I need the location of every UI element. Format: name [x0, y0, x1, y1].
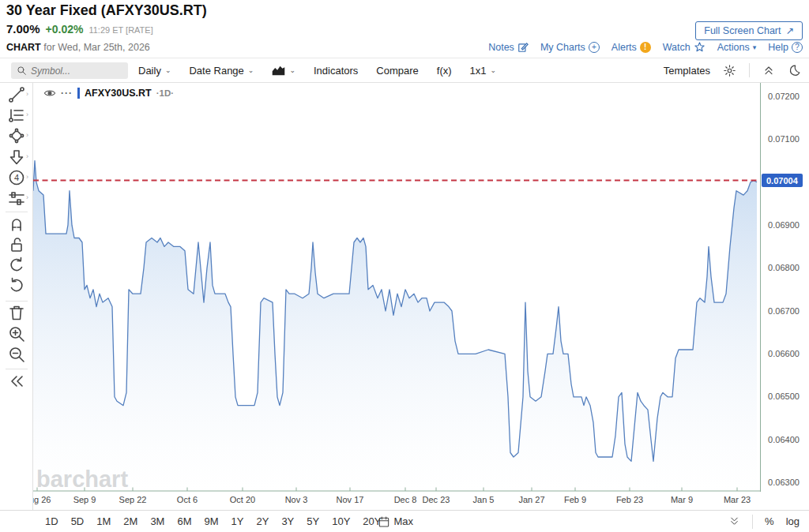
actions-menu[interactable]: Actions ▾: [717, 42, 757, 53]
fullscreen-chart-button[interactable]: Full Screen Chart ↗: [695, 21, 803, 40]
x-axis-label: Sep 9: [61, 495, 108, 504]
symbol-search-input[interactable]: [31, 66, 118, 77]
gear-icon[interactable]: [723, 64, 736, 77]
expand-arrow[interactable]: ›: [26, 152, 28, 160]
redo-icon-disabled[interactable]: [7, 276, 26, 295]
price-chart[interactable]: barchart: [33, 83, 760, 492]
range-button-3Y[interactable]: 3Y: [281, 515, 294, 527]
symbol-search-box[interactable]: [11, 62, 128, 79]
fibonacci-tool-icon[interactable]: [7, 106, 26, 125]
actions-label: Actions: [717, 42, 750, 53]
dark-mode-moon-icon[interactable]: [788, 64, 801, 77]
x-axis-label: Feb 9: [551, 495, 599, 504]
toolbar-divider: [752, 515, 753, 529]
legend-period[interactable]: ·1D·: [156, 88, 174, 98]
grid-layout-label: 1x1: [470, 65, 487, 77]
plus-circle-icon: +: [589, 42, 600, 53]
chevron-down-icon: ⌄: [289, 66, 295, 74]
range-button-1D[interactable]: 1D: [45, 515, 58, 527]
chart-toolbar: Daily⌄ Date Range⌄ ⌄ Indicators Compare …: [0, 58, 809, 83]
expand-arrow[interactable]: ›: [26, 193, 28, 201]
my-charts-link[interactable]: My Charts +: [540, 42, 600, 53]
y-axis[interactable]: 0.07004 0.072000.071000.069000.068000.06…: [760, 83, 809, 492]
expand-arrow[interactable]: ›: [26, 90, 28, 98]
chevron-down-icon: ⌄: [248, 66, 254, 74]
chevron-down-icon: ⌄: [491, 66, 497, 74]
templates-label: Templates: [664, 65, 710, 77]
help-link[interactable]: Help ?: [768, 42, 803, 53]
star-icon: [694, 41, 706, 53]
shapes-tool-icon[interactable]: [7, 126, 26, 145]
undo-icon[interactable]: [7, 256, 26, 275]
grid-layout-menu[interactable]: 1x1⌄: [470, 65, 497, 77]
unlock-tool-icon[interactable]: [7, 235, 26, 254]
range-button-9M[interactable]: 9M: [205, 515, 219, 527]
chart-region: › › › › 4› › ··· AFXY30US.RT: [0, 83, 809, 510]
y-axis-label: 0.06600: [761, 349, 807, 358]
y-axis-label: 0.07100: [761, 134, 807, 144]
range-button-3M[interactable]: 3M: [150, 515, 164, 527]
collapse-sidebar-icon[interactable]: [7, 372, 26, 391]
sidebar-divider: [6, 301, 28, 302]
expand-arrow[interactable]: ›: [26, 131, 28, 139]
range-button-5Y[interactable]: 5Y: [307, 515, 319, 527]
range-button-1M[interactable]: 1M: [96, 515, 111, 527]
compare-button[interactable]: Compare: [376, 65, 418, 77]
calendar-icon[interactable]: [378, 515, 390, 528]
alert-warning-icon: !: [640, 42, 651, 53]
range-button-Max[interactable]: Max: [393, 515, 413, 527]
y-axis-label: 0.06500: [761, 392, 807, 401]
trash-icon[interactable]: [7, 303, 26, 322]
events-tool-icon[interactable]: [7, 189, 26, 208]
eye-visibility-icon[interactable]: [43, 88, 56, 98]
area-chart-type-icon: [272, 66, 285, 76]
range-button-1Y[interactable]: 1Y: [231, 515, 244, 527]
collapse-up-icon[interactable]: [762, 64, 775, 77]
my-charts-label: My Charts: [540, 42, 585, 53]
expand-arrow[interactable]: ›: [26, 173, 28, 181]
date-range-menu[interactable]: Date Range⌄: [189, 65, 254, 77]
sidebar-divider: [6, 369, 28, 369]
percent-scale-button[interactable]: %: [765, 515, 774, 527]
x-axis-label: Jan 27: [508, 495, 555, 504]
price-timestamp: 11:29 ET [RATE]: [88, 25, 152, 35]
range-button-2M[interactable]: 2M: [123, 515, 137, 527]
range-button-10Y[interactable]: 10Y: [332, 515, 350, 527]
notes-link[interactable]: Notes: [488, 42, 529, 53]
log-scale-button[interactable]: log: [786, 515, 800, 527]
external-arrow-icon: ↗: [786, 24, 794, 36]
zoom-in-icon[interactable]: [7, 324, 26, 343]
periodicity-menu[interactable]: Daily⌄: [138, 65, 171, 77]
arrow-tool-icon[interactable]: [7, 148, 26, 167]
range-button-6M[interactable]: 6M: [177, 515, 191, 527]
x-axis-label: Aug 26: [33, 495, 61, 504]
expand-down-icon[interactable]: [728, 515, 740, 527]
legend-symbol: AFXY30US.RT: [85, 88, 152, 99]
templates-button[interactable]: Templates: [664, 65, 710, 77]
alerts-link[interactable]: Alerts !: [611, 42, 651, 53]
last-price: 7.00%: [6, 22, 40, 36]
range-button-5D[interactable]: 5D: [71, 515, 85, 527]
compare-label: Compare: [376, 65, 418, 77]
range-button-2Y[interactable]: 2Y: [256, 515, 269, 527]
help-circle-icon: ?: [792, 42, 803, 53]
page-title: 30 Year Fixed (AFXY30US.RT): [6, 2, 207, 19]
expand-arrow[interactable]: ›: [26, 111, 28, 118]
watch-link[interactable]: Watch: [663, 41, 706, 53]
y-axis-label: 0.06300: [761, 478, 807, 487]
zoom-out-icon[interactable]: [7, 345, 26, 364]
magnet-tool-icon[interactable]: [7, 215, 26, 234]
y-axis-label: 0.07200: [761, 92, 807, 101]
indicators-button[interactable]: Indicators: [314, 65, 358, 77]
chart-type-menu[interactable]: ⌄: [272, 66, 295, 76]
watch-label: Watch: [663, 42, 690, 53]
periodicity-label: Daily: [138, 65, 161, 77]
fx-button[interactable]: f(x): [437, 65, 452, 77]
chart-legend: ··· AFXY30US.RT ·1D·: [43, 88, 174, 99]
trendline-tool-icon[interactable]: [7, 85, 26, 104]
legend-more-menu-icon[interactable]: ···: [61, 88, 73, 99]
x-axis-label: Oct 6: [164, 495, 211, 504]
y-axis-label: 0.06400: [761, 435, 807, 444]
annotation-count-tool-icon[interactable]: 4: [7, 168, 26, 187]
notes-edit-icon: [517, 42, 529, 53]
